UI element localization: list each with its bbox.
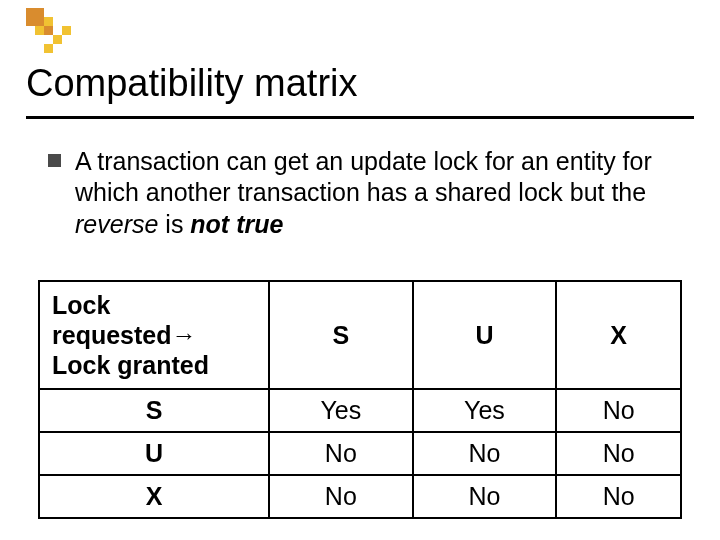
cell: No: [556, 389, 681, 432]
row-label-s: S: [39, 389, 269, 432]
col-header-x: X: [556, 281, 681, 389]
compatibility-table: Lock requested→ Lock granted S U X S Yes…: [38, 280, 682, 519]
cell: Yes: [413, 389, 557, 432]
slide-title: Compatibility matrix: [26, 62, 358, 105]
bullet-text: A transaction can get an update lock for…: [75, 146, 678, 240]
cell: Yes: [269, 389, 413, 432]
bullet-marker-icon: [48, 154, 61, 167]
cell: No: [269, 432, 413, 475]
row-label-u: U: [39, 432, 269, 475]
col-header-u: U: [413, 281, 557, 389]
cell: No: [413, 432, 557, 475]
table-row: X No No No: [39, 475, 681, 518]
table-row: U No No No: [39, 432, 681, 475]
cell: No: [269, 475, 413, 518]
col-header-s: S: [269, 281, 413, 389]
table-header-main: Lock requested→ Lock granted: [39, 281, 269, 389]
bullet-item: A transaction can get an update lock for…: [48, 146, 678, 240]
slide-logo: [26, 8, 72, 54]
row-label-x: X: [39, 475, 269, 518]
cell: No: [413, 475, 557, 518]
table-header-row: Lock requested→ Lock granted S U X: [39, 281, 681, 389]
title-divider: [26, 116, 694, 119]
cell: No: [556, 475, 681, 518]
cell: No: [556, 432, 681, 475]
table-row: S Yes Yes No: [39, 389, 681, 432]
